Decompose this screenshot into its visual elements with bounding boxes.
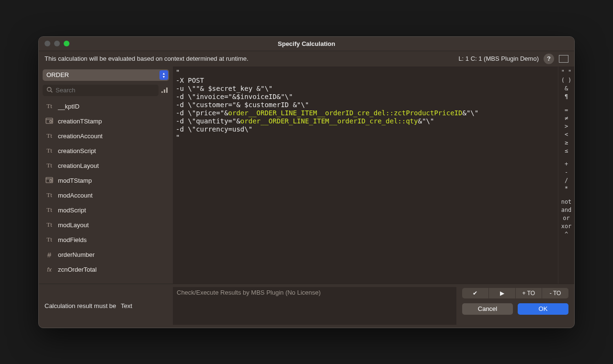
context-description: This calculation will be evaluated based…: [45, 55, 249, 62]
field-type-icon: Tt: [45, 132, 54, 140]
field-item[interactable]: TtmodLayout: [43, 218, 171, 232]
table-select-label: ORDER: [46, 71, 69, 78]
operator-button[interactable]: ( ): [561, 77, 572, 84]
field-type-icon: #: [45, 251, 54, 259]
field-type-icon: Tt: [45, 102, 54, 110]
operator-button[interactable]: ¶: [565, 93, 568, 100]
operator-button[interactable]: not: [561, 198, 572, 206]
field-label: __kptID: [58, 103, 79, 110]
field-type-icon: Tt: [45, 236, 54, 243]
dropdown-arrows-icon: ▲▼: [159, 70, 168, 80]
minimize-window-button[interactable]: [54, 41, 60, 46]
field-item[interactable]: creationTStamp: [43, 114, 171, 129]
field-item[interactable]: TtcreationLayout: [43, 158, 171, 173]
field-label: modAccount: [58, 192, 92, 199]
operator-button[interactable]: ≥: [565, 139, 568, 146]
traffic-lights: [39, 41, 69, 46]
field-label: orderNumber: [58, 251, 95, 258]
results-box: Check/Execute Results by MBS Plugin (No …: [173, 287, 456, 325]
titlebar: Specify Calculation: [39, 37, 574, 51]
field-label: modTStamp: [58, 177, 92, 184]
field-item[interactable]: TtmodAccount: [43, 188, 171, 203]
field-label: creationAccount: [58, 132, 102, 140]
operator-button[interactable]: <: [565, 131, 568, 138]
field-type-icon: [45, 176, 54, 185]
result-type-area: Calculation result must be Text: [39, 284, 173, 328]
main-area: ORDER ▲▼ Tt__kptIDcreationTStampTtcreati…: [39, 66, 574, 284]
operator-button[interactable]: &: [565, 85, 568, 92]
svg-rect-4: [166, 88, 168, 93]
operator-button[interactable]: " ": [561, 68, 572, 76]
close-window-button[interactable]: [45, 41, 50, 46]
field-item[interactable]: fxzcnOrderTotal: [43, 262, 171, 277]
expand-button[interactable]: [559, 55, 568, 63]
operator-button[interactable]: ^: [565, 231, 568, 238]
footer: Calculation result must be Text Check/Ex…: [39, 284, 574, 328]
field-label: creationScript: [58, 147, 96, 154]
field-item[interactable]: TtcreationAccount: [43, 129, 171, 143]
field-type-icon: Tt: [45, 206, 54, 214]
field-type-icon: [45, 117, 54, 125]
calculation-editor[interactable]: " -X POST -u \""& $secret_key &"\" -d \"…: [173, 66, 558, 284]
svg-line-1: [51, 90, 52, 92]
sidebar: ORDER ▲▼ Tt__kptIDcreationTStampTtcreati…: [39, 66, 173, 284]
field-type-icon: fx: [45, 266, 54, 273]
ok-button[interactable]: OK: [518, 303, 568, 315]
field-item[interactable]: modTStamp: [43, 173, 171, 188]
operator-button[interactable]: >: [565, 122, 568, 130]
field-type-icon: Tt: [45, 191, 54, 199]
operator-button[interactable]: /: [565, 176, 568, 184]
search-box[interactable]: [43, 85, 159, 96]
sort-icon[interactable]: [161, 86, 169, 94]
svg-rect-2: [161, 91, 163, 93]
field-type-icon: Tt: [45, 221, 54, 229]
svg-point-0: [47, 87, 51, 91]
field-label: creationTStamp: [58, 118, 102, 125]
field-label: zcnOrderTotal: [58, 266, 97, 273]
result-type-label: Calculation result must be: [45, 302, 116, 309]
operator-button[interactable]: =: [565, 106, 568, 114]
zoom-window-button[interactable]: [64, 41, 69, 46]
operator-button[interactable]: +: [565, 160, 568, 168]
field-label: creationLayout: [58, 162, 99, 169]
info-bar: This calculation will be evaluated based…: [39, 51, 574, 66]
field-label: modScript: [58, 207, 86, 214]
field-item[interactable]: #orderNumber: [43, 247, 171, 262]
field-item[interactable]: Tt__kptID: [43, 99, 171, 114]
window-title: Specify Calculation: [39, 40, 574, 47]
field-label: modFields: [58, 236, 87, 243]
field-type-icon: Tt: [45, 162, 54, 169]
mbs-button-row: ✔▶+ TO- TO: [462, 288, 568, 298]
result-type-value[interactable]: Text: [121, 302, 132, 309]
field-type-icon: Tt: [45, 147, 54, 154]
add-to-button[interactable]: + TO: [516, 288, 543, 298]
operator-panel: " "( )&¶=≠><≥≤+-/*notandorxor^: [558, 66, 574, 284]
remove-to-button[interactable]: - TO: [542, 288, 568, 298]
field-label: modLayout: [58, 221, 89, 229]
field-item[interactable]: TtmodScript: [43, 203, 171, 218]
search-icon: [46, 87, 53, 94]
cancel-button[interactable]: Cancel: [462, 303, 513, 315]
field-item[interactable]: TtmodFields: [43, 232, 171, 247]
specify-calculation-window: Specify Calculation This calculation wil…: [38, 36, 575, 328]
search-input[interactable]: [56, 87, 155, 94]
operator-button[interactable]: ≤: [565, 147, 568, 154]
execute-button[interactable]: ▶: [489, 288, 516, 298]
field-item[interactable]: TtcreationScript: [43, 143, 171, 158]
operator-button[interactable]: *: [565, 185, 568, 192]
table-select[interactable]: ORDER ▲▼: [43, 69, 169, 81]
check-button[interactable]: ✔: [462, 288, 489, 298]
field-list[interactable]: Tt__kptIDcreationTStampTtcreationAccount…: [43, 99, 173, 284]
operator-button[interactable]: and: [561, 206, 572, 214]
help-button[interactable]: ?: [544, 54, 554, 64]
cursor-position-info: L: 1 C: 1 (MBS Plugin Demo): [458, 55, 539, 62]
operator-button[interactable]: -: [565, 168, 568, 176]
svg-rect-3: [164, 89, 165, 93]
editor-area: " -X POST -u \""& $secret_key &"\" -d \"…: [173, 66, 574, 284]
operator-button[interactable]: xor: [561, 222, 572, 230]
operator-button[interactable]: or: [563, 214, 569, 222]
operator-button[interactable]: ≠: [565, 114, 568, 122]
